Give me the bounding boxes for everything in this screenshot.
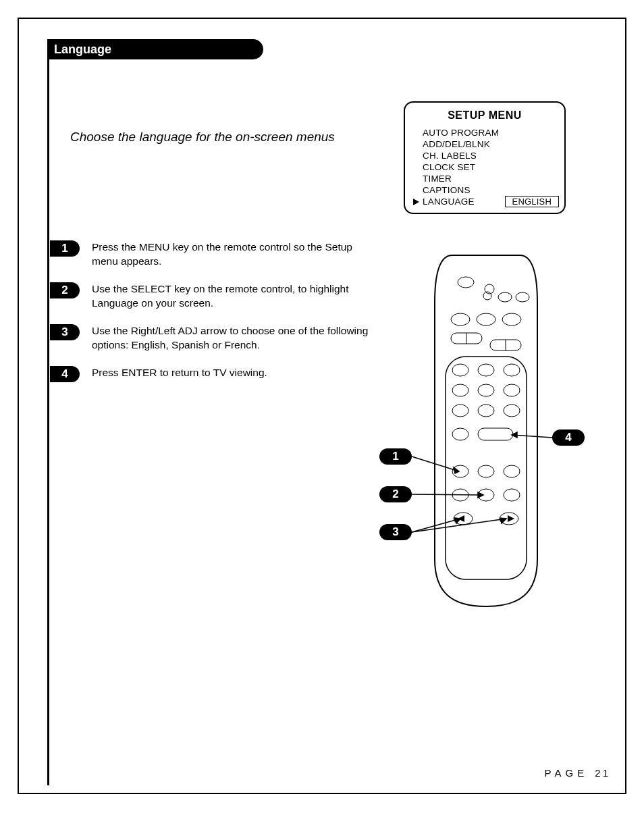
svg-marker-37 — [478, 492, 483, 498]
step-text: Press the MENU key on the remote control… — [92, 240, 369, 269]
svg-marker-35 — [454, 467, 459, 473]
step-number-badge: 1 — [50, 240, 80, 257]
step-number-badge: 2 — [50, 282, 80, 298]
step-text: Use the SELECT key on the remote control… — [92, 282, 369, 311]
step: 4 Press ENTER to return to TV viewing. — [50, 366, 374, 382]
menu-item-value: ENGLISH — [505, 196, 559, 207]
svg-line-42 — [512, 435, 552, 438]
menu-item: AUTO PROGRAM — [413, 127, 556, 138]
steps-list: 1 Press the MENU key on the remote contr… — [50, 240, 374, 396]
step: 1 Press the MENU key on the remote contr… — [50, 240, 374, 269]
menu-item: CLOCK SET — [413, 161, 556, 173]
footer-label: PAGE — [545, 767, 589, 779]
svg-line-36 — [412, 494, 483, 495]
svg-line-34 — [412, 457, 459, 471]
menu-item: CAPTIONS — [413, 184, 556, 196]
svg-marker-43 — [512, 432, 517, 438]
remote-callout-2: 2 — [379, 486, 412, 502]
step-text: Press ENTER to return to TV viewing. — [92, 366, 267, 380]
vertical-rule — [47, 39, 49, 785]
menu-item: TIMER — [413, 173, 556, 184]
remote-diagram: 1 2 3 4 — [378, 249, 608, 627]
menu-item: ADD/DEL/BLNK — [413, 138, 556, 150]
step: 2 Use the SELECT key on the remote contr… — [50, 282, 374, 311]
svg-marker-39 — [454, 518, 460, 523]
remote-callout-1: 1 — [379, 448, 412, 465]
remote-callout-4: 4 — [552, 429, 585, 446]
step-text: Use the Right/Left ADJ arrow to choose o… — [92, 324, 369, 353]
setup-menu-title: SETUP MENU — [413, 109, 556, 122]
page-footer: PAGE 21 — [545, 767, 610, 779]
menu-item: CH. LABELS — [413, 150, 556, 161]
step: 3 Use the Right/Left ADJ arrow to choose… — [50, 324, 374, 353]
intro-text: Choose the language for the on-screen me… — [70, 130, 335, 145]
setup-menu-box: SETUP MENU AUTO PROGRAM ADD/DEL/BLNK CH.… — [404, 101, 566, 214]
svg-line-38 — [412, 519, 460, 532]
footer-page-number: 21 — [595, 767, 610, 779]
remote-callout-3: 3 — [379, 524, 412, 540]
svg-marker-41 — [500, 518, 506, 523]
menu-item-selected: LANGUAGE ENGLISH — [413, 196, 556, 207]
step-number-badge: 4 — [50, 366, 80, 382]
step-number-badge: 3 — [50, 324, 80, 340]
menu-item-label: LANGUAGE — [423, 197, 475, 207]
section-tab: Language — [47, 39, 263, 59]
